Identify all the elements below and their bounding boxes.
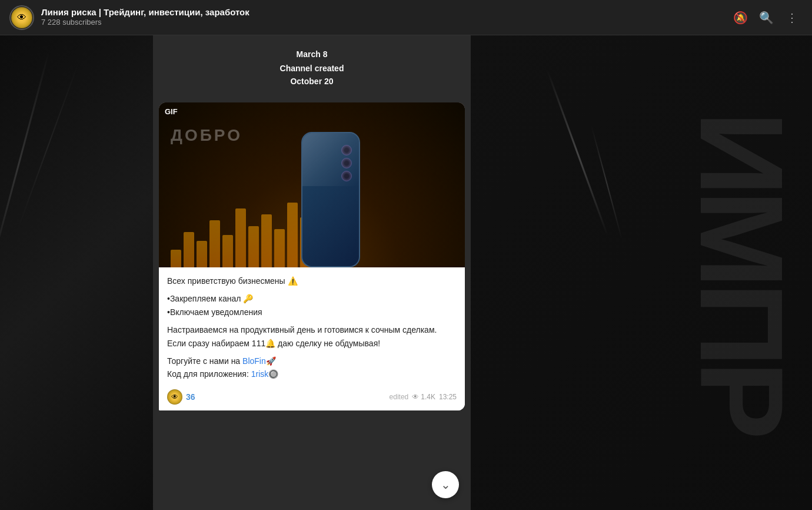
dobro-text: ДОБРО xyxy=(171,126,242,145)
message-bubble: GIF ДОБРО xyxy=(159,102,465,410)
phone-body xyxy=(301,132,360,267)
msg-line-6: Торгуйте с нами на BloFin🚀 xyxy=(167,355,457,367)
chart-bar xyxy=(209,220,220,267)
scroll-to-bottom-button[interactable]: ⌄ xyxy=(432,471,459,498)
blofin-link[interactable]: BloFin xyxy=(242,356,266,366)
msg-line7-prefix: Код для приложения: xyxy=(167,369,251,379)
channel-subscribers: 7 228 subscribers xyxy=(41,18,730,28)
chart-bar xyxy=(222,235,233,267)
system-date: March 8 xyxy=(162,49,461,59)
chart-bar xyxy=(261,214,272,267)
msg-line-1: Всех приветствую бизнесмены ⚠️ xyxy=(167,274,457,287)
msg-line-2: •Закрепляем канал 🔑 xyxy=(167,292,457,305)
channel-created-label: Channel created xyxy=(162,64,461,73)
message-views: 👁 1.4K xyxy=(412,393,435,401)
referral-code-link[interactable]: 1risk xyxy=(251,369,269,379)
search-button[interactable]: 🔍 xyxy=(756,7,777,28)
chat-area: March 8 Channel created October 20 GIF Д… xyxy=(153,35,471,510)
camera-lens-1 xyxy=(341,145,352,155)
message-content: Всех приветствую бизнесмены ⚠️ •Закрепля… xyxy=(159,267,465,386)
msg-line-4: Настраиваемся на продуктивный день и гот… xyxy=(167,323,457,336)
message-time: 13:25 xyxy=(439,393,457,401)
gif-label: GIF xyxy=(165,107,178,116)
header-actions: 🔕 🔍 ⋮ xyxy=(730,7,803,28)
background-right: ИМПР xyxy=(471,35,812,510)
camera-lens-3 xyxy=(341,171,352,181)
msg-line-5: Если сразу набираем 111🔔 даю сделку не о… xyxy=(167,337,457,350)
msg-line-3: •Включаем уведомления xyxy=(167,306,457,319)
background-lines xyxy=(577,65,694,359)
views-eye-icon: 👁 xyxy=(412,393,419,401)
edited-label: edited xyxy=(390,393,409,401)
created-date: October 20 xyxy=(162,77,461,86)
message-meta: edited 👁 1.4K 13:25 xyxy=(390,393,457,401)
msg-line7-suffix: 🔘 xyxy=(268,369,278,379)
msg-line6-suffix: 🚀 xyxy=(266,356,276,366)
avatar-eye-icon: 👁 xyxy=(11,7,32,28)
background-left xyxy=(0,35,153,510)
views-count: 1.4K xyxy=(421,393,435,401)
phone-image xyxy=(284,114,378,267)
chart-bar xyxy=(171,250,181,267)
system-messages: March 8 Channel created October 20 xyxy=(153,35,471,98)
chart-bar xyxy=(184,232,194,267)
avatar[interactable]: 👁 xyxy=(9,5,34,30)
reaction-count: 36 xyxy=(186,392,195,402)
phone-camera xyxy=(341,145,352,181)
message-reactions: 👁 36 xyxy=(167,389,195,405)
channel-info: Линия риска | Трейдинг, инвестиции, зара… xyxy=(41,7,730,28)
background-text: ИМПР xyxy=(683,111,800,434)
gif-background: ДОБРО xyxy=(159,102,465,267)
gif-container: GIF ДОБРО xyxy=(159,102,465,267)
chat-scroll[interactable]: March 8 Channel created October 20 GIF Д… xyxy=(153,35,471,510)
channel-name: Линия риска | Трейдинг, инвестиции, зара… xyxy=(41,7,730,18)
chart-bar xyxy=(235,208,246,267)
msg-line-7: Код для приложения: 1risk🔘 xyxy=(167,367,457,380)
more-button[interactable]: ⋮ xyxy=(781,7,803,28)
reaction-eye-icon[interactable]: 👁 xyxy=(167,389,182,405)
msg-line6-prefix: Торгуйте с нами на xyxy=(167,356,242,366)
channel-header: 👁 Линия риска | Трейдинг, инвестиции, за… xyxy=(0,0,812,35)
chart-bar xyxy=(197,241,207,267)
message-footer: 👁 36 edited 👁 1.4K 13:25 xyxy=(159,386,465,410)
camera-lens-2 xyxy=(341,158,352,168)
chart-bar xyxy=(248,226,259,267)
mute-button[interactable]: 🔕 xyxy=(730,7,751,28)
